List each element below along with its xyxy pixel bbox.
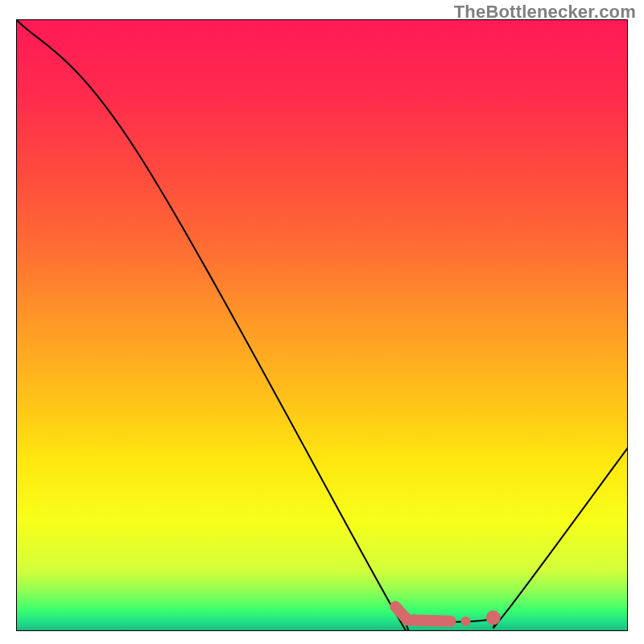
marker-dot: [486, 610, 501, 625]
marker-dot: [461, 617, 471, 626]
plot-background: [16, 19, 628, 631]
bottleneck-chart: [16, 19, 628, 631]
chart-stage: TheBottlenecker.com: [0, 0, 644, 644]
